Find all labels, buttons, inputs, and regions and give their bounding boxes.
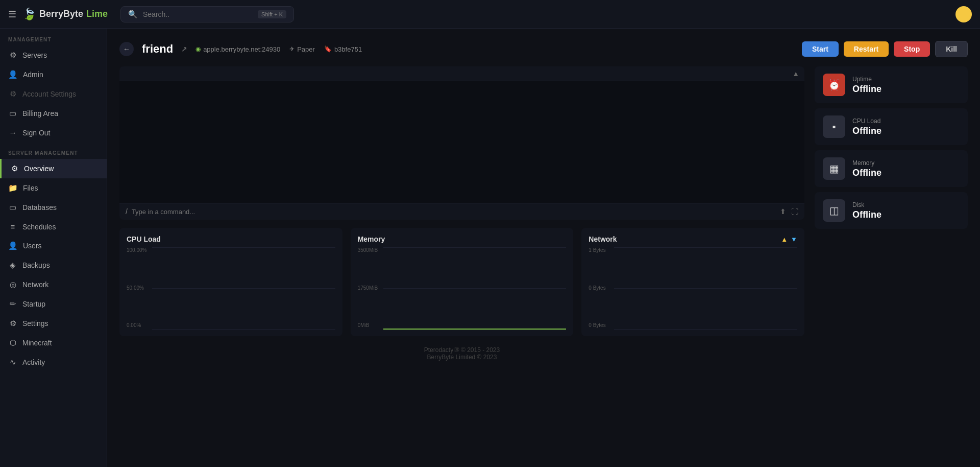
stat-memory-value: Offline	[852, 168, 960, 178]
sidebar-item-label-billing-area: Billing Area	[22, 109, 58, 118]
sidebar-item-billing-area[interactable]: ▭ Billing Area	[0, 104, 107, 123]
memory-icon-box: ▦	[823, 157, 845, 180]
sidebar-item-databases[interactable]: ▭ Databases	[0, 198, 107, 217]
external-link-icon[interactable]: ↗	[181, 45, 187, 53]
account-settings-icon: ⚙	[8, 89, 17, 99]
hamburger-icon[interactable]: ☰	[8, 9, 16, 20]
chart-memory-labels: 3500MiB 1750MiB 0MiB	[358, 247, 378, 329]
sidebar-item-settings[interactable]: ⚙ Settings	[0, 314, 107, 333]
server-meta: ◉ apple.berrybyte.net:24930 ✈ Paper 🔖 b3…	[195, 45, 794, 53]
billing-area-icon: ▭	[8, 109, 17, 118]
logo-name-lime: Lime	[86, 9, 108, 19]
settings-icon: ⚙	[8, 319, 17, 328]
startup-icon: ✏	[8, 299, 17, 309]
console-input[interactable]	[132, 208, 776, 216]
signal-icon: ◉	[195, 45, 201, 53]
stat-disk-value: Offline	[852, 209, 960, 220]
logo-icon: 🍃	[22, 8, 36, 21]
sidebar-item-network[interactable]: ◎ Network	[0, 275, 107, 294]
sidebar-item-sign-out[interactable]: → Sign Out	[0, 123, 107, 142]
topbar: ☰ 🍃 BerryByte Lime 🔍 Shift + K	[0, 0, 980, 29]
sidebar-item-label-network: Network	[22, 281, 48, 289]
sidebar-item-schedules[interactable]: ≡ Schedules	[0, 217, 107, 236]
chart-grid-line-bottom	[614, 329, 797, 330]
sidebar-item-startup[interactable]: ✏ Startup	[0, 294, 107, 314]
server-id: 🔖 b3bfe751	[324, 45, 362, 53]
topbar-right	[955, 6, 972, 22]
sidebar-item-users[interactable]: 👤 Users	[0, 236, 107, 255]
memory-icon: ▦	[829, 162, 839, 175]
overview-icon: ⚙	[10, 164, 19, 173]
sidebar-item-overview[interactable]: ⚙ Overview	[0, 159, 107, 178]
cpu-icon-box: ▪	[823, 115, 845, 138]
stat-memory: ▦ Memory Offline	[815, 150, 968, 187]
sidebar-section-server-management: SERVER MANAGEMENT	[0, 142, 107, 159]
stop-button[interactable]: Stop	[894, 41, 930, 57]
chart-cpu-load: CPU Load 100.00% 50.00% 0.00%	[119, 228, 342, 336]
stat-uptime-value: Offline	[852, 84, 960, 95]
chart-memory: Memory 3500MiB 1750MiB 0MiB	[351, 228, 574, 336]
console-input-row: / ⬆ ⛶	[119, 203, 804, 220]
kill-button[interactable]: Kill	[935, 41, 968, 57]
main-content: ← friend ↗ ◉ apple.berrybyte.net:24930 ✈…	[107, 29, 980, 467]
stat-uptime-info: Uptime Offline	[852, 76, 960, 95]
chart-grid-line-mid	[152, 288, 335, 289]
sidebar-item-backups[interactable]: ◈ Backups	[0, 255, 107, 275]
server-host: ◉ apple.berrybyte.net:24930	[195, 45, 280, 53]
servers-icon: ⚙	[8, 51, 17, 60]
chart-cpu-title: CPU Load	[127, 235, 335, 243]
stat-uptime-label: Uptime	[852, 76, 960, 83]
avatar[interactable]	[955, 6, 972, 22]
console-slash: /	[126, 207, 128, 216]
console-toolbar: ▲	[119, 66, 804, 81]
console-body	[119, 81, 804, 203]
chart-memory-title: Memory	[358, 235, 567, 243]
chart-grid-line-top	[614, 247, 797, 248]
sidebar-item-label-account-settings: Account Settings	[22, 90, 76, 98]
server-actions: Start Restart Stop Kill	[802, 41, 968, 57]
stat-uptime: ⏰ Uptime Offline	[815, 66, 968, 103]
minecraft-icon: ⬡	[8, 338, 17, 347]
footer: Pterodactyl® © 2015 - 2023 BerryByte Lim…	[119, 336, 804, 367]
disk-icon: ◫	[829, 204, 839, 217]
sidebar-item-label-activity: Activity	[22, 358, 45, 366]
search-input[interactable]	[143, 10, 253, 18]
sidebar-item-minecraft[interactable]: ⬡ Minecraft	[0, 333, 107, 353]
bookmark-icon: 🔖	[324, 45, 332, 53]
restart-button[interactable]: Restart	[844, 41, 889, 57]
sidebar-section-management: MANAGEMENT	[0, 29, 107, 45]
sidebar-item-servers[interactable]: ⚙ Servers	[0, 45, 107, 65]
cpu-icon: ▪	[832, 121, 836, 133]
chart-network-labels: 1 Bytes 0 Bytes 0 Bytes	[589, 247, 605, 329]
sidebar-item-activity[interactable]: ∿ Activity	[0, 353, 107, 372]
footer-line2: BerryByte Limited © 2023	[119, 354, 804, 361]
console-fullscreen-icon[interactable]: ⛶	[791, 207, 798, 216]
console-collapse-icon[interactable]: ▲	[792, 69, 799, 78]
stat-disk-label: Disk	[852, 201, 960, 208]
server-header: ← friend ↗ ◉ apple.berrybyte.net:24930 ✈…	[119, 41, 968, 57]
chart-memory-area: 3500MiB 1750MiB 0MiB	[358, 247, 567, 329]
chart-cpu-labels: 100.00% 50.00% 0.00%	[127, 247, 146, 329]
search-bar[interactable]: 🔍 Shift + K	[120, 6, 294, 22]
start-button[interactable]: Start	[802, 41, 839, 57]
console-upload-icon[interactable]: ⬆	[780, 207, 786, 216]
chart-network-grid	[614, 247, 797, 329]
back-button[interactable]: ←	[119, 42, 134, 56]
logo: 🍃 BerryByte Lime	[22, 8, 108, 21]
sidebar-item-label-startup: Startup	[22, 300, 45, 308]
sidebar-item-files[interactable]: 📁 Files	[0, 178, 107, 198]
sidebar-item-label-settings: Settings	[22, 319, 48, 328]
content-grid: ▲ / ⬆ ⛶ CPU Load	[119, 66, 968, 367]
sidebar-item-account-settings[interactable]: ⚙ Account Settings	[0, 84, 107, 104]
sidebar-item-admin[interactable]: 👤 Admin	[0, 65, 107, 84]
network-icons: ▲ ▼	[781, 236, 797, 243]
console-actions: ⬆ ⛶	[780, 207, 798, 216]
chart-grid-line-mid	[383, 288, 567, 289]
stat-cpu-value: Offline	[852, 126, 960, 136]
chart-network-title: Network ▲ ▼	[589, 235, 797, 243]
chart-grid-line-mid	[614, 288, 797, 289]
stat-cpu-load: ▪ CPU Load Offline	[815, 108, 968, 145]
search-icon: 🔍	[128, 10, 138, 19]
console-panel: ▲ / ⬆ ⛶	[119, 66, 804, 220]
activity-icon: ∿	[8, 358, 17, 367]
